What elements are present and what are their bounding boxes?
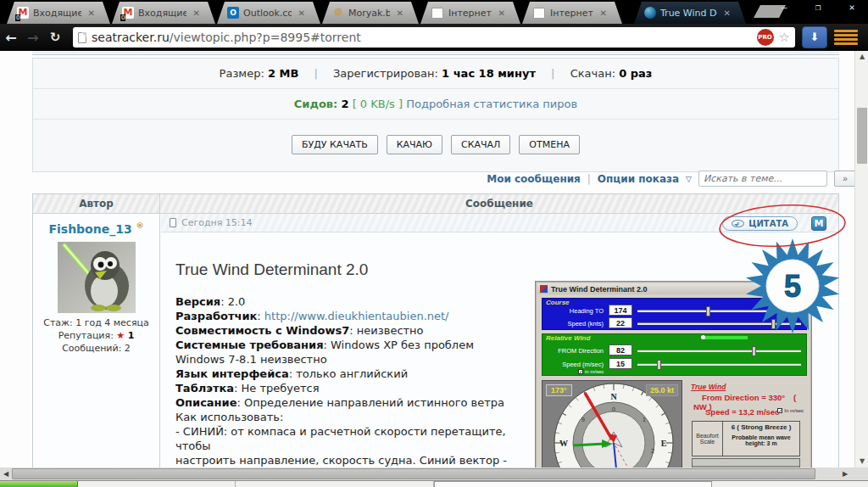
document-icon	[533, 8, 545, 19]
svg-text:2: 2	[651, 448, 654, 454]
browser-tab-6[interactable]: Інтернет-пош✕	[522, 2, 622, 24]
tab-title: Входящие -	[138, 8, 186, 19]
url-text[interactable]: seatracker.ru/viewtopic.php?p=8995#torre…	[92, 31, 752, 44]
scroll-left-arrow[interactable]: ◀	[0, 467, 12, 480]
heading-value[interactable]: 174	[609, 305, 632, 316]
true-wind-speed: Speed = 13,2 m/sec	[705, 407, 779, 417]
tab-close-icon[interactable]: ✕	[191, 8, 200, 18]
quote-button[interactable]: ❝ ЦИТАТА	[722, 216, 798, 231]
peer-statistics-link[interactable]: Подробная статистика пиров	[406, 98, 577, 110]
svg-text:E: E	[661, 439, 667, 448]
tab-title: Інтернет-пош	[550, 8, 593, 19]
tab-close-icon[interactable]: ✕	[496, 8, 505, 18]
horizontal-scroll-thumb[interactable]	[12, 468, 815, 479]
ship-wheel-icon: ☸	[332, 7, 344, 19]
post-line: Windows 7-8.1 неизвестно	[175, 352, 540, 367]
wind-direction-slider[interactable]	[637, 350, 801, 352]
seeds-value: 2	[341, 98, 348, 110]
document-icon	[431, 8, 443, 19]
tab-close-icon[interactable]: ✕	[86, 8, 95, 18]
tab-close-icon[interactable]: ✕	[598, 8, 607, 18]
taskbar-sliver	[0, 480, 868, 487]
wind-panel-label: Relative Wind	[546, 334, 590, 342]
quote-bubble-icon: ❝	[732, 220, 744, 227]
restore-button[interactable]: ❐	[807, 0, 829, 15]
ship-speed-value[interactable]: 22	[609, 317, 632, 328]
scroll-up-arrow[interactable]: ▲	[855, 51, 868, 63]
tab-close-icon[interactable]: ✕	[721, 8, 731, 18]
horizontal-scrollbar[interactable]: ◀ ▶	[0, 467, 868, 480]
minimize-button[interactable]: —	[773, 0, 795, 15]
wind-indicator-bar	[704, 336, 748, 339]
app-icon	[540, 285, 548, 293]
cut-off-row	[32, 51, 839, 55]
message-column-header: Сообщение	[160, 194, 838, 213]
post-line: Версия: 2.0	[175, 294, 540, 309]
true-wind-panel: True Wind From Direction = 330°( NW ) Sp…	[687, 380, 807, 467]
moderator-button[interactable]: M	[811, 216, 826, 231]
browser-tab-7[interactable]: True Wind Det✕	[634, 2, 746, 24]
scroll-right-arrow[interactable]: ▶	[839, 467, 851, 480]
taskbar-green-segment[interactable]	[0, 481, 78, 487]
developer-link[interactable]: http://www.dieukhientaubien.net/	[264, 310, 449, 322]
browser-tab-4[interactable]: ☸Moryak.biz - ✕	[322, 2, 419, 24]
back-button[interactable]: ←	[0, 30, 22, 46]
post-line: Совместимость с Windows7: неизвестно	[175, 323, 540, 338]
torrent-action-button-3[interactable]: СКАЧАЛ	[451, 135, 510, 154]
post-line: Таблэтка: Не требуется	[175, 381, 540, 395]
torrent-stats-row: Размер: 2 MB | Зарегистрирован: 1 час 18…	[33, 59, 838, 89]
relative-wind-panel: Relative Wind FROM Direction 82 Speed (m…	[542, 333, 807, 376]
browser-tab-2[interactable]: M0Входящие - ✕	[112, 2, 215, 24]
vertical-scroll-thumb[interactable]	[857, 108, 867, 164]
svg-text:N: N	[610, 392, 617, 401]
true-wind-units-checkbox[interactable]: ✓ In m/sec	[777, 408, 804, 413]
display-options-link[interactable]: Опции показа	[598, 173, 679, 185]
avatar	[58, 242, 136, 313]
svg-text:9: 9	[581, 417, 585, 423]
close-window-button[interactable]: ✕	[841, 0, 863, 15]
post-body: Версия: 2.0Разработчик: http://www.dieuk…	[175, 294, 540, 467]
vertical-scrollbar[interactable]: ▲ ▼	[854, 51, 868, 467]
torrent-action-button-2[interactable]: КАЧАЮ	[387, 135, 442, 154]
browser-toolbar: ← → ↻ seatracker.ru/viewtopic.php?p=8995…	[0, 24, 868, 51]
torrent-action-button-4[interactable]: ОТМЕНА	[519, 135, 580, 154]
torrent-action-button-1[interactable]: БУДУ КАЧАТЬ	[292, 135, 378, 154]
menu-button[interactable]	[834, 26, 858, 48]
true-wind-title: True Wind	[691, 383, 726, 391]
my-messages-link[interactable]: Мои сообщения	[487, 173, 581, 185]
tab-close-icon[interactable]: ✕	[296, 8, 305, 18]
browser-tab-1[interactable]: M0Входящие - ✕	[7, 2, 110, 24]
browser-tab-3[interactable]: OOutlook.com✕	[217, 2, 320, 24]
browser-window: M0Входящие - ✕M0Входящие - ✕OOutlook.com…	[0, 0, 868, 487]
bookmark-star-icon[interactable]: ☆	[779, 31, 790, 44]
reload-button[interactable]: ↻	[44, 30, 66, 45]
wind-speed-units-checkbox[interactable]: ✓ in m/sec	[578, 369, 604, 374]
wind-speed-value[interactable]: 15	[609, 358, 632, 369]
post-icon	[170, 218, 176, 227]
forward-button[interactable]: →	[22, 30, 44, 46]
tab-title: Moryak.biz -	[348, 8, 390, 19]
compass-speed-readout: 25.0 kt	[646, 384, 678, 396]
messages-stat: Сообщений: 2	[33, 342, 159, 355]
address-bar[interactable]: seatracker.ru/viewtopic.php?p=8995#torre…	[73, 27, 795, 48]
download-manager-button[interactable]: ⬇	[802, 26, 827, 48]
chevron-down-icon[interactable]: ▽	[686, 175, 692, 183]
search-in-topic-input[interactable]	[698, 171, 827, 187]
pro-extension-badge[interactable]: PRO	[757, 29, 774, 46]
scroll-down-arrow[interactable]: ▼	[855, 456, 868, 467]
search-go-button[interactable]: »	[834, 171, 856, 187]
browser-tab-5[interactable]: Інтернет-пош✕	[420, 2, 520, 24]
url-domain: seatracker.ru	[92, 31, 170, 44]
tab-title: Інтернет-пош	[448, 8, 492, 19]
username-link[interactable]: Fishbone_13 ®	[33, 221, 159, 236]
page-icon	[78, 32, 86, 43]
sea-photo	[692, 458, 800, 467]
topic-controls: Мои сообщения | Опции показа ▽ »	[32, 171, 839, 189]
wind-direction-value[interactable]: 82	[609, 344, 632, 355]
svg-text:0: 0	[612, 406, 615, 412]
compass-heading-readout: 173°	[546, 384, 572, 396]
author-column-header: Автор	[33, 194, 160, 213]
tab-close-icon[interactable]: ✕	[394, 8, 403, 18]
wind-speed-slider[interactable]	[637, 363, 801, 366]
experience-stat: Стаж: 1 год 4 месяца	[33, 316, 159, 329]
